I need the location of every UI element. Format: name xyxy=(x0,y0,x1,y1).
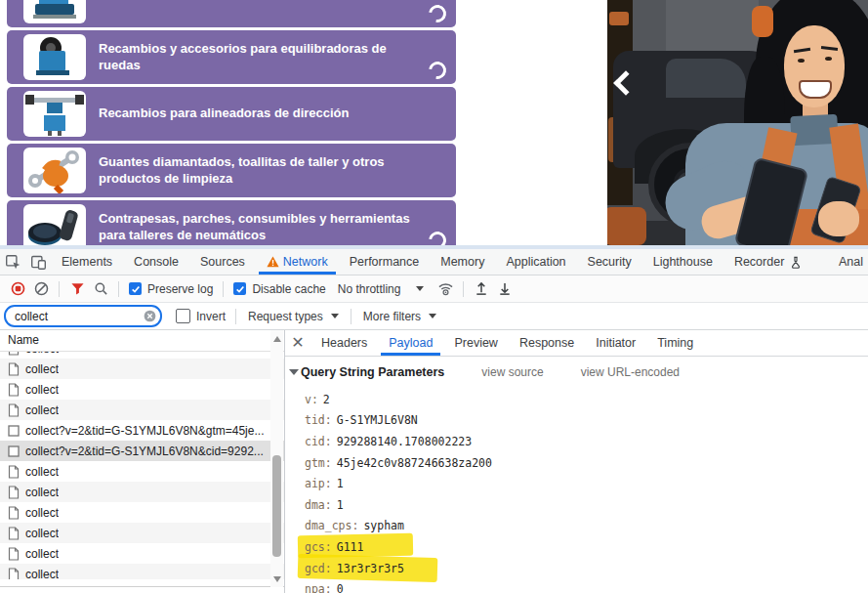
import-har-icon[interactable] xyxy=(470,277,493,301)
scroll-down-icon[interactable] xyxy=(273,576,281,582)
warning-icon xyxy=(267,256,279,268)
chevron-down-icon xyxy=(429,314,436,318)
network-request-row[interactable]: collect xyxy=(0,400,284,420)
network-conditions-icon[interactable] xyxy=(434,277,457,301)
more-filters-label: More filters xyxy=(363,310,421,323)
category-tile[interactable] xyxy=(7,0,456,27)
document-icon xyxy=(8,352,20,356)
devtools-tab-console[interactable]: Console xyxy=(123,250,189,275)
category-tile[interactable]: Recambios para alineadoras de dirección xyxy=(7,87,456,141)
square-icon xyxy=(8,424,20,438)
devtools-tab-recorder[interactable]: Recorder xyxy=(723,250,812,275)
network-request-row[interactable]: collect xyxy=(0,543,284,564)
category-tile[interactable]: Recambios y accesorios para equilibrador… xyxy=(7,30,456,84)
category-tile[interactable]: Contrapesas, parches, consumibles y herr… xyxy=(7,200,456,245)
request-list-scrollbar[interactable] xyxy=(270,330,283,587)
network-request-row[interactable]: collect xyxy=(0,379,284,400)
devtools-tab-elements[interactable]: Elements xyxy=(51,250,123,275)
detail-tab-timing[interactable]: Timing xyxy=(646,331,704,356)
query-param-row: gtm:45je42c0v887246638za200 xyxy=(289,452,868,474)
devtools-tab-memory[interactable]: Memory xyxy=(430,250,495,275)
category-tile-label: Contrapesas, parches, consumibles y herr… xyxy=(99,211,423,244)
view-source-link[interactable]: view source xyxy=(481,365,543,379)
devtools-tab-lighthouse[interactable]: Lighthouse xyxy=(642,250,723,275)
param-name: aip: xyxy=(305,477,332,490)
close-request-detail-icon[interactable]: ✕ xyxy=(285,330,310,356)
query-param-row: gcs:G111 xyxy=(289,536,868,558)
category-tile[interactable]: Guantes diamantados, toallitas de taller… xyxy=(7,144,456,197)
query-param-row: npa:0 xyxy=(289,578,868,593)
divider xyxy=(351,309,351,324)
device-toolbar-icon[interactable] xyxy=(25,250,51,275)
scroll-up-icon[interactable] xyxy=(273,336,281,342)
network-request-row[interactable]: collect xyxy=(0,359,284,379)
throttling-select[interactable]: No throttling xyxy=(338,282,425,296)
filter-icon[interactable] xyxy=(65,277,89,301)
request-name: collect xyxy=(25,383,59,397)
param-name: v: xyxy=(305,393,318,406)
more-filters-dropdown[interactable]: More filters xyxy=(363,310,436,323)
wheel-balancer-image xyxy=(23,34,86,80)
webpage-viewport: Recambios y accesorios para equilibrador… xyxy=(0,0,868,245)
search-icon[interactable] xyxy=(89,277,112,301)
document-icon xyxy=(8,383,20,397)
param-value: sypham xyxy=(363,519,404,532)
record-network-log-icon[interactable] xyxy=(6,277,29,301)
detail-tab-headers[interactable]: Headers xyxy=(310,331,378,356)
category-tile-label: Recambios y accesorios para equilibrador… xyxy=(99,41,423,74)
devtools-tab-network[interactable]: Network xyxy=(256,250,339,275)
chevron-down-icon xyxy=(331,314,339,318)
param-value: 929288140.1708002223 xyxy=(337,435,472,448)
detail-tab-initiator[interactable]: Initiator xyxy=(585,331,646,356)
eye xyxy=(825,57,832,61)
chevron-down-icon xyxy=(416,286,424,291)
detail-tab-payload[interactable]: Payload xyxy=(378,331,443,356)
network-request-row[interactable]: collect xyxy=(0,564,284,579)
disable-cache-checkbox[interactable]: Disable cache xyxy=(233,282,325,296)
smile xyxy=(799,80,832,99)
preserve-log-label: Preserve log xyxy=(147,282,213,296)
filter-input[interactable] xyxy=(13,309,142,324)
request-list-panel: Name collectcollectcollectcollectcollect… xyxy=(0,330,285,593)
query-param-row: cid:929288140.1708002223 xyxy=(289,431,868,452)
clear-network-log-icon[interactable] xyxy=(29,277,53,301)
category-tile-label: Recambios para alineadoras de dirección xyxy=(99,106,350,122)
detail-tab-response[interactable]: Response xyxy=(509,331,585,356)
network-request-row[interactable]: collect xyxy=(0,352,284,359)
network-request-row[interactable]: collect?v=2&tid=G-S1YMJL6V8N&gtm=45je... xyxy=(0,420,284,441)
floor-equipment xyxy=(607,207,646,245)
devtools-tab-security[interactable]: Security xyxy=(577,250,642,275)
request-types-dropdown[interactable]: Request types xyxy=(248,310,339,323)
scroll-thumb[interactable] xyxy=(272,455,281,557)
tab-label: Console xyxy=(134,255,179,269)
export-har-icon[interactable] xyxy=(493,277,517,301)
document-icon xyxy=(8,568,20,580)
request-name: collect xyxy=(25,506,59,520)
loading-spinner-icon xyxy=(425,1,449,25)
tab-label: Elements xyxy=(62,255,112,269)
network-request-row[interactable]: collect xyxy=(0,523,284,543)
param-value: G-S1YMJL6V8N xyxy=(337,413,418,427)
document-icon xyxy=(8,506,20,520)
preserve-log-checkbox[interactable]: Preserve log xyxy=(129,282,213,296)
network-request-row[interactable]: collect xyxy=(0,482,284,502)
devtools-tab-sources[interactable]: Sources xyxy=(189,250,256,275)
inspect-element-icon[interactable] xyxy=(0,250,25,275)
filter-input-wrap xyxy=(4,305,162,327)
collapse-triangle-icon[interactable] xyxy=(289,369,299,375)
invert-checkbox[interactable]: Invert xyxy=(176,309,226,323)
name-column-header[interactable]: Name xyxy=(0,330,284,352)
devtools-tab-performance[interactable]: Performance xyxy=(339,250,431,275)
throttling-value: No throttling xyxy=(338,282,401,296)
devtools-panel: ElementsConsoleSourcesNetworkPerformance… xyxy=(0,249,868,593)
detail-tab-preview[interactable]: Preview xyxy=(443,331,508,356)
devtools-tab-application[interactable]: Application xyxy=(495,250,576,275)
network-request-row[interactable]: collect?v=2&tid=G-S1YMJL6V8N&cid=9292... xyxy=(0,441,284,461)
view-url-encoded-link[interactable]: view URL-encoded xyxy=(581,365,680,379)
param-name: gcd: xyxy=(305,562,332,575)
network-request-row[interactable]: collect xyxy=(0,461,284,482)
tab-label: Recorder xyxy=(734,255,784,269)
devtools-tab-anal[interactable]: Anal xyxy=(828,250,868,275)
network-request-row[interactable]: collect xyxy=(0,502,284,523)
clear-filter-icon[interactable] xyxy=(144,310,156,322)
